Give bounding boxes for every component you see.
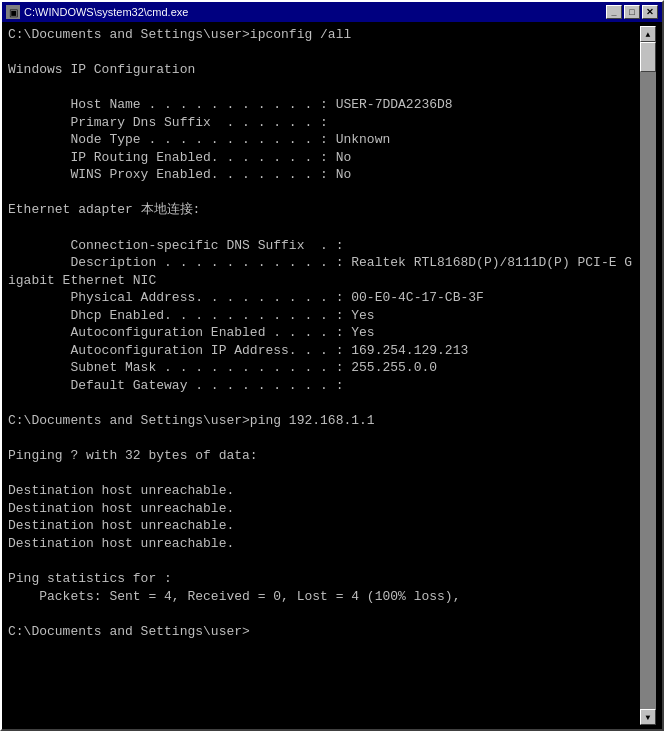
console-output: C:\Documents and Settings\user>ipconfig … xyxy=(8,26,640,725)
window-title: C:\WINDOWS\system32\cmd.exe xyxy=(24,6,188,18)
maximize-button[interactable]: □ xyxy=(624,5,640,19)
scroll-down-button[interactable]: ▼ xyxy=(640,709,656,725)
title-buttons: _ □ ✕ xyxy=(606,5,658,19)
title-bar: ▣ C:\WINDOWS\system32\cmd.exe _ □ ✕ xyxy=(2,2,662,22)
scroll-up-button[interactable]: ▲ xyxy=(640,26,656,42)
scrollbar[interactable]: ▲ ▼ xyxy=(640,26,656,725)
minimize-button[interactable]: _ xyxy=(606,5,622,19)
cmd-window: ▣ C:\WINDOWS\system32\cmd.exe _ □ ✕ C:\D… xyxy=(0,0,664,731)
close-button[interactable]: ✕ xyxy=(642,5,658,19)
title-bar-left: ▣ C:\WINDOWS\system32\cmd.exe xyxy=(6,5,188,19)
console-area: C:\Documents and Settings\user>ipconfig … xyxy=(2,22,662,729)
cmd-icon: ▣ xyxy=(6,5,20,19)
scrollbar-track[interactable] xyxy=(640,42,656,709)
scrollbar-thumb[interactable] xyxy=(640,42,656,72)
